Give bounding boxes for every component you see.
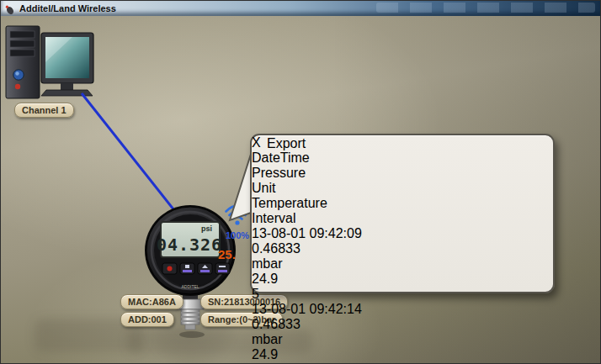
column-header: Temperature [252, 196, 553, 211]
data-table: DateTimePressureUnitTemperatureInterval … [252, 150, 553, 364]
gauge-brand: ADDITEL [181, 284, 199, 289]
lcd-unit: psi [201, 224, 212, 233]
signal-strength: 100% [226, 230, 249, 240]
app-icon [4, 3, 15, 14]
orange-reading: 25. [218, 247, 236, 261]
table-cell: 13-08-01 09:42:09 [252, 226, 553, 241]
drive-bay [10, 31, 35, 38]
drive-bay [10, 50, 35, 56]
table-cell: 24.9 [252, 272, 553, 287]
watermark [376, 3, 595, 13]
column-header: DateTime [252, 150, 553, 166]
table-header: DateTimePressureUnitTemperatureInterval [252, 150, 553, 226]
table-cell: mbar [252, 332, 553, 347]
table-body: 13-08-01 09:42:090.46833mbar24.9513-08-0… [252, 226, 553, 364]
drive-bay [10, 40, 35, 47]
column-header: Interval [252, 211, 553, 226]
table-cell: 0.46833 [252, 241, 553, 256]
computer-icon[interactable] [6, 26, 93, 98]
column-header: Pressure [252, 166, 553, 181]
table-cell: 13-08-01 09:42:14 [252, 302, 553, 317]
table-row: 13-08-01 09:42:140.46833mbar24.95 [252, 302, 553, 364]
table-cell: 0.46833 [252, 317, 553, 332]
window-title: Additel/Land Wireless [19, 3, 116, 13]
add-badge: ADD:001 [120, 312, 174, 327]
lcd-value: 04.326 [157, 235, 222, 255]
power-key-icon [168, 266, 173, 272]
table-cell: 5 [252, 287, 553, 302]
main-canvas: psi 04.326 ADDITEL [1, 16, 601, 364]
title-bar: Additel/Land Wireless [1, 1, 601, 16]
connection-line [82, 93, 180, 218]
mac-badge: MAC:A86A [120, 294, 183, 309]
column-header: Unit [252, 181, 553, 196]
app-window: Additel/Land Wireless [0, 0, 601, 364]
data-log-popup: Export X DateTimePressureUnitTemperature… [250, 134, 555, 293]
table-cell: 24.9 [252, 347, 553, 362]
table-row: 13-08-01 09:42:090.46833mbar24.95 [252, 226, 553, 302]
table-cell: mbar [252, 256, 553, 272]
reset-button [15, 84, 20, 89]
channel-badge: Channel 1 [14, 103, 74, 118]
export-button[interactable]: Export [258, 137, 315, 151]
